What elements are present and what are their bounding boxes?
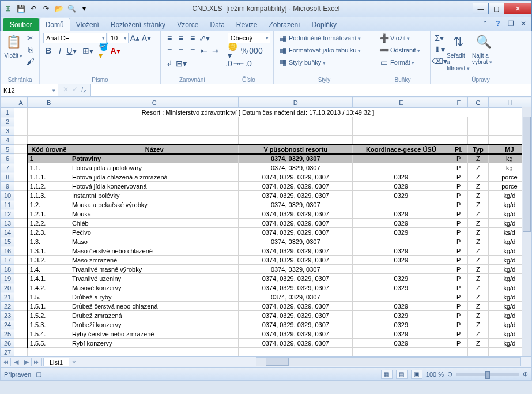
cell[interactable] xyxy=(468,126,489,136)
ribbon-tab-vložení[interactable]: Vložení xyxy=(70,18,105,31)
cell[interactable]: Rybí konzervy xyxy=(70,339,238,348)
cell[interactable] xyxy=(353,154,450,163)
cell[interactable]: P xyxy=(450,256,468,265)
cell[interactable]: 1.3.1. xyxy=(28,246,70,256)
row-header[interactable]: 13 xyxy=(1,219,14,228)
cell-styles-button[interactable]: Styly buňky xyxy=(289,59,326,66)
vertical-scrollbar[interactable] xyxy=(522,107,531,356)
align-left-icon[interactable]: ≡ xyxy=(164,46,175,56)
cell[interactable]: 1.5.2. xyxy=(28,311,70,320)
row-header[interactable]: 21 xyxy=(1,292,14,302)
cell[interactable]: Z xyxy=(468,246,489,256)
cell[interactable] xyxy=(239,126,353,136)
column-header[interactable]: D xyxy=(239,97,353,108)
cell[interactable]: 1.1.3. xyxy=(28,191,70,200)
cell[interactable] xyxy=(353,292,450,302)
cell[interactable] xyxy=(14,320,28,329)
cell[interactable]: 0374, 0329, 0307 xyxy=(239,265,353,274)
cell[interactable] xyxy=(14,145,28,154)
page-break-view-button[interactable]: ▣ xyxy=(411,370,422,379)
cell[interactable]: Z xyxy=(468,292,489,302)
cell[interactable]: Hotová jídla chlazená a zmrazená xyxy=(70,172,238,182)
new-sheet-icon[interactable]: ✧ xyxy=(71,358,77,366)
cell[interactable] xyxy=(450,136,468,145)
name-box[interactable]: K12 xyxy=(1,84,58,96)
indent-inc-icon[interactable]: ⇥ xyxy=(210,46,221,56)
insert-function-icon[interactable]: fx xyxy=(81,85,86,95)
minimize-button[interactable]: — xyxy=(473,3,489,14)
orientation-icon[interactable]: ⤢▾ xyxy=(199,33,209,43)
format-cells-button[interactable]: Formát xyxy=(390,59,414,66)
row-header[interactable]: 22 xyxy=(1,302,14,311)
row-header[interactable]: 10 xyxy=(1,191,14,200)
cell[interactable] xyxy=(14,182,28,191)
macro-record-icon[interactable]: ▢ xyxy=(36,370,41,378)
worksheet-grid[interactable]: ABCDEFGH1Resort : Ministerstvo zdravotni… xyxy=(1,97,531,356)
cell[interactable] xyxy=(14,283,28,292)
cell[interactable]: P xyxy=(450,265,468,274)
cell[interactable] xyxy=(14,265,28,274)
ribbon-tab-data[interactable]: Data xyxy=(204,18,230,31)
cell[interactable]: 0374, 0329, 0329, 0307 xyxy=(239,228,353,237)
cell[interactable]: P xyxy=(450,200,468,209)
cell[interactable]: 0329 xyxy=(353,329,450,339)
cell[interactable] xyxy=(353,237,450,246)
column-header[interactable]: C xyxy=(70,97,238,108)
column-header[interactable]: A xyxy=(14,97,28,108)
row-header[interactable]: 19 xyxy=(1,274,14,283)
cell[interactable]: 0374, 0329, 0329, 0307 xyxy=(239,182,353,191)
cond-format-button[interactable]: Podmíněné formátování xyxy=(289,35,361,42)
maximize-button[interactable]: ▢ xyxy=(488,3,504,14)
cell[interactable]: Z xyxy=(468,329,489,339)
find-select-button[interactable]: 🔍 Najít a vybrat xyxy=(472,33,495,65)
cell[interactable]: 1.4. xyxy=(28,265,70,274)
row-header[interactable]: 3 xyxy=(1,126,14,136)
cell[interactable]: Z xyxy=(468,256,489,265)
tab-nav-last-icon[interactable]: ⏭ xyxy=(32,358,42,366)
cell[interactable] xyxy=(353,126,450,136)
shrink-font-icon[interactable]: A▾ xyxy=(141,33,152,43)
cell[interactable] xyxy=(14,292,28,302)
row-header[interactable]: 15 xyxy=(1,237,14,246)
cell[interactable] xyxy=(14,311,28,320)
cell[interactable]: 0329 xyxy=(353,209,450,219)
insert-cells-button[interactable]: Vložit xyxy=(390,35,410,42)
cell[interactable] xyxy=(14,256,28,265)
border-icon[interactable]: ⊞▾ xyxy=(82,46,93,56)
cell[interactable]: Chléb xyxy=(70,219,238,228)
tab-nav-first-icon[interactable]: ⏮ xyxy=(1,358,11,366)
page-layout-view-button[interactable]: ▤ xyxy=(396,370,408,379)
align-middle-icon[interactable]: ≡ xyxy=(176,33,186,43)
cell[interactable]: Z xyxy=(468,228,489,237)
underline-icon[interactable]: U▾ xyxy=(66,46,77,56)
cell[interactable] xyxy=(239,136,353,145)
cell[interactable] xyxy=(28,117,70,126)
cell[interactable]: P xyxy=(450,311,468,320)
cell[interactable]: 0374, 0329, 0329, 0307 xyxy=(239,256,353,265)
autosum-icon[interactable]: Σ▾ xyxy=(434,33,444,43)
cell[interactable]: 0374, 0329, 0329, 0307 xyxy=(239,329,353,339)
print-preview-icon[interactable]: 🔍 xyxy=(66,3,77,14)
cell[interactable]: Mouka a pekařské výrobky xyxy=(70,200,238,209)
cell[interactable]: Drůbeží konzervy xyxy=(70,320,238,329)
cell[interactable]: 0374, 0329, 0307 xyxy=(239,200,353,209)
close-button[interactable]: ✕ xyxy=(504,3,531,14)
cell[interactable]: Z xyxy=(468,154,489,163)
cell[interactable]: 1.5.1. xyxy=(28,302,70,311)
cut-icon[interactable]: ✂ xyxy=(25,33,36,43)
cell[interactable] xyxy=(450,126,468,136)
wrap-text-icon[interactable]: ↲ xyxy=(164,58,175,69)
row-header[interactable]: 11 xyxy=(1,200,14,209)
number-format-combo[interactable]: Obecný xyxy=(228,33,270,43)
cell[interactable]: P xyxy=(450,209,468,219)
cell[interactable]: 0374, 0329, 0329, 0307 xyxy=(239,311,353,320)
cell[interactable]: Drůbež čerstvá nebo chlazená xyxy=(70,302,238,311)
cell[interactable]: Maso zmrazené xyxy=(70,256,238,265)
column-header[interactable]: E xyxy=(353,97,450,108)
cell[interactable]: P xyxy=(450,320,468,329)
row-header[interactable]: 24 xyxy=(1,320,14,329)
cell[interactable] xyxy=(353,348,450,357)
cell[interactable] xyxy=(70,117,238,126)
percent-icon[interactable]: % xyxy=(239,46,250,56)
cell[interactable]: 1.1.2. xyxy=(28,182,70,191)
